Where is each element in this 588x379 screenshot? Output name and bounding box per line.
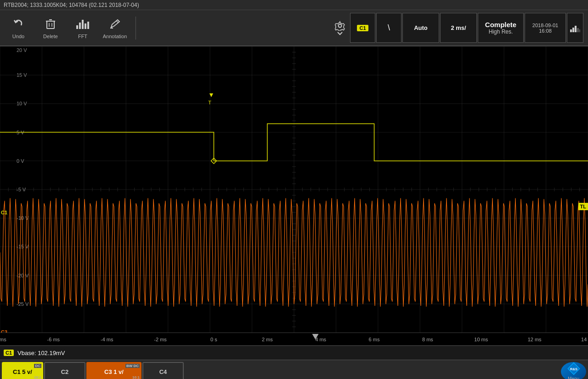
annotation-icon [108,17,121,32]
fft-icon [75,17,90,32]
c1-ratio-badge: 10:1 [34,375,41,379]
mode-panel[interactable]: Auto [402,13,439,43]
channel-panel[interactable]: C1 [350,13,375,43]
undo-button[interactable]: Undo [5,13,32,43]
undo-label: Undo [12,34,24,39]
channel-badge: C1 [357,25,368,31]
svg-text:14 ms: 14 ms [581,337,588,342]
right-panels: C1 \ Auto 2 ms/ Complete High Res. 2018-… [331,13,583,43]
title-bar: RTB2004; 1333.1005K04; 104784 (02.121 20… [0,0,588,10]
svg-text:0 V: 0 V [17,158,24,164]
title-text: RTB2004; 1333.1005K04; 104784 (02.121 20… [4,2,139,8]
channel-c3-button[interactable]: C3 1 v/ BW DC 10:1 [86,362,141,379]
svg-rect-16 [577,28,579,32]
c3-bw-dc-badge: BW DC [125,364,140,368]
network-icon [567,13,583,43]
svg-rect-13 [570,29,572,32]
svg-text:12 ms: 12 ms [528,337,542,342]
ch1-label: C1 [1,210,7,215]
trigger-slope-icon: \ [388,23,390,33]
svg-text:8 ms: 8 ms [422,337,433,342]
svg-text:4 ms: 4 ms [315,337,326,342]
svg-text:10 ms: 10 ms [474,337,488,342]
tl-badge: TL [578,203,588,210]
svg-text:R&S: R&S [570,367,577,371]
svg-rect-17 [579,29,580,32]
channel-c2-button[interactable]: C2 [44,362,85,379]
fft-label: FFT [78,34,87,39]
x-axis-svg: -8 ms-6 ms-4 ms-2 ms0 s2 ms4 ms6 ms8 ms1… [0,333,588,346]
svg-text:10 V: 10 V [17,101,27,106]
scope-screen: 20 V15 V10 V5 V0 V-5 V-10 V-15 V-20 V-25… [0,46,588,333]
status-bar: C1 Vbase: 102.19mV [0,345,588,360]
x-axis: -8 ms-6 ms-4 ms-2 ms0 s2 ms4 ms6 ms8 ms1… [0,333,588,345]
svg-text:-10 V: -10 V [17,215,29,221]
timebase-value: 2 ms/ [451,24,466,31]
channel-c4-button[interactable]: C4 [142,362,184,379]
status-panel[interactable]: Complete High Res. [478,13,524,43]
svg-text:20 V: 20 V [17,47,27,53]
status-value: Complete [485,21,516,29]
resolution-value: High Res. [489,29,513,35]
scope-grid: 20 V15 V10 V5 V0 V-5 V-10 V-15 V-20 V-25… [0,46,588,333]
c1-dc-badge: DC [34,364,41,368]
c1-label: C1 [13,368,21,375]
datetime-date: 2018-09-01 [532,23,558,28]
svg-text:15 V: 15 V [17,72,27,78]
svg-text:6 ms: 6 ms [369,337,380,342]
channel-bar: C1 5 v/ DC 10:1 C2 C3 1 v/ BW DC 10:1 C4… [0,360,588,379]
c2-label: C2 [61,368,69,375]
svg-rect-8 [85,23,86,29]
svg-rect-15 [575,26,577,32]
svg-line-11 [116,21,118,23]
annotation-label: Annotation [103,34,127,39]
c3-label: C3 [104,368,112,375]
delete-button[interactable]: Delete [37,13,64,43]
svg-rect-9 [87,22,89,29]
svg-text:-2 ms: -2 ms [154,337,167,342]
svg-text:-5 V: -5 V [17,187,26,192]
undo-icon [12,17,25,32]
delete-icon [44,17,57,32]
svg-text:2 ms: 2 ms [262,337,273,342]
datetime-panel: 2018-09-01 16:08 [525,13,566,43]
annotation-button[interactable]: Annotation [101,13,129,43]
c3-ratio-badge: 10:1 [132,375,140,379]
fft-button[interactable]: FFT [69,13,96,43]
status-channel-badge: C1 [4,350,14,356]
c1-value: 5 v/ [22,368,32,375]
svg-rect-7 [82,20,84,29]
svg-text:-4 ms: -4 ms [101,337,113,342]
c4-label: C4 [159,368,167,375]
menu-button[interactable]: R&S Menu [561,362,586,379]
c3-value: 1 v/ [113,368,124,375]
svg-text:-20 V: -20 V [17,273,29,278]
svg-rect-5 [76,25,78,29]
svg-rect-6 [79,23,81,29]
toolbar: Undo Delete FFT [0,10,588,46]
delete-label: Delete [43,34,58,39]
ch3-label: C3 [1,329,7,333]
gear-button[interactable] [331,13,349,43]
svg-text:-8 ms: -8 ms [0,337,6,342]
toolbar-divider [136,17,136,40]
mode-value: Auto [414,24,428,31]
trigger-slope-panel[interactable]: \ [376,13,401,43]
timebase-panel[interactable]: 2 ms/ [440,13,477,43]
status-text: Vbase: 102.19mV [17,350,65,356]
datetime-time: 16:08 [539,28,552,34]
svg-text:-6 ms: -6 ms [47,337,60,342]
channel-c1-button[interactable]: C1 5 v/ DC 10:1 [2,362,43,379]
svg-text:0 s: 0 s [210,337,217,342]
trigger-marker: ▼T [208,91,215,106]
menu-label: Menu [568,376,579,379]
svg-rect-0 [47,21,54,29]
svg-point-12 [339,24,342,27]
svg-rect-14 [572,28,574,32]
